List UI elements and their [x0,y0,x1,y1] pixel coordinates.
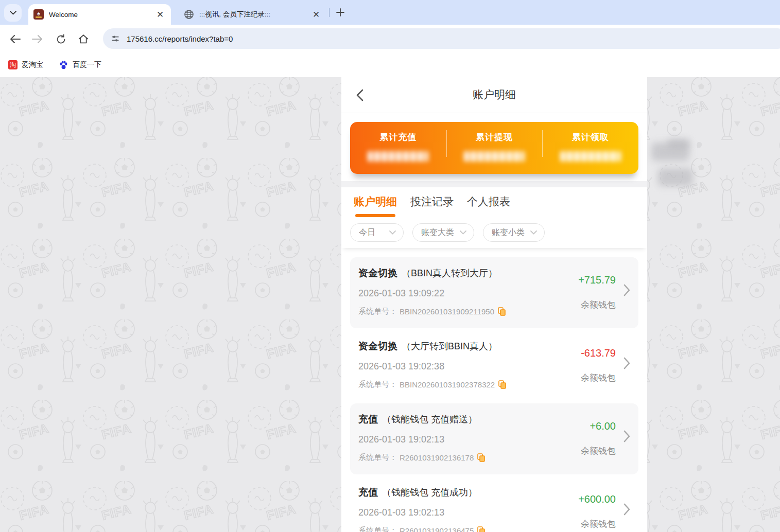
chevron-right-icon[interactable] [623,284,630,296]
globe-icon [184,9,194,20]
chevron-left-icon [356,89,363,101]
tab-search-button[interactable] [4,4,22,22]
filter-label: 今日 [359,227,375,238]
order-label: 系统单号： [358,453,397,463]
order-number: BBIN202601031909211950 [400,307,494,316]
order-label: 系统单号： [358,526,397,532]
bookmark-label: 百度一下 [73,60,101,69]
copy-icon[interactable] [498,307,506,316]
row-amount-block: +6.00 余额钱包 [581,403,616,457]
forward-button[interactable] [31,32,44,46]
transaction-type: 资金切换 [358,340,397,353]
close-icon[interactable]: ✕ [310,9,322,20]
row-amount-block: +600.00 余额钱包 [578,476,616,530]
address-bar[interactable]: 175616.cc/reports/index?tab=0 [103,28,780,49]
summary-total-claimed: 累计领取 [542,122,638,174]
copy-icon[interactable] [477,453,485,462]
summary-label: 累计提现 [446,131,543,143]
masked-value [464,151,525,162]
summary-total-deposit: 累计充值 [350,122,446,174]
transaction-amount: +715.79 [578,274,616,286]
home-button[interactable] [77,32,90,46]
filter-minor-category-dropdown[interactable]: 账变小类 [483,223,545,242]
transaction-datetime: 2026-01-03 19:02:38 [358,361,561,372]
chevron-right-icon[interactable] [623,430,630,442]
transaction-row[interactable]: 充值 （钱能钱包 充值赠送） 2026-01-03 19:02:13 系统单号：… [350,403,638,474]
bookmark-baidu[interactable]: 百度一下 [59,60,101,70]
transaction-order: 系统单号：R2601031902136178 [358,453,561,463]
chevron-down-icon [530,230,537,235]
bookmark-label: 爱淘宝 [22,60,43,69]
site-settings-icon[interactable] [110,33,120,44]
section-divider [341,181,647,187]
wallet-label: 余额钱包 [578,299,616,311]
filter-label: 账变大类 [421,227,454,238]
panel-header: 账户明细 [341,77,647,113]
transaction-row[interactable]: 充值 （钱能钱包 充值成功） 2026-01-03 19:02:13 系统单号：… [350,476,638,532]
summary-section: 累计充值 累计提现 累计领取 [341,113,647,181]
bookmark-aitaobao[interactable]: 淘 爱淘宝 [8,60,43,69]
baidu-paw-icon [59,60,68,70]
page-title: 账户明细 [341,77,647,112]
summary-total-withdraw: 累计提现 [446,122,543,174]
order-number: R2601031902136475 [400,526,474,532]
wallet-label: 余额钱包 [581,372,616,384]
tab-bet-records[interactable]: 投注记录 [410,194,454,217]
filters-bar: 今日 账变大类 账变小类 [341,217,647,248]
tab-welcome[interactable]: ♠ Welcome ✕ [28,4,171,25]
taobao-icon: 淘 [8,60,18,69]
home-icon [78,33,89,45]
transaction-type: 资金切换 [358,267,397,280]
chevron-down-icon [10,11,16,15]
filter-major-category-dropdown[interactable]: 账变大类 [412,223,474,242]
back-chevron-button[interactable] [356,88,368,102]
report-tabs: 账户明细 投注记录 个人报表 [341,187,647,217]
reload-button[interactable] [54,32,67,46]
transaction-type: 充值 [358,413,378,426]
transaction-order: 系统单号：R2601031902136475 [358,526,561,532]
browser-toolbar: 175616.cc/reports/index?tab=0 [0,25,780,52]
chevron-right-icon[interactable] [623,357,630,369]
order-number: BBIN202601031902378322 [400,380,495,389]
transaction-row[interactable]: 资金切换 （大厅转到BBIN真人） 2026-01-03 19:02:38 系统… [350,330,638,401]
tab-account-detail[interactable]: 账户明细 [354,194,397,217]
transaction-subtitle: （钱能钱包 充值成功） [382,486,477,499]
browser-tabstrip: ♠ Welcome ✕ :::视讯, 会员下注纪录::: ✕ [0,0,780,25]
transaction-datetime: 2026-01-03 19:02:13 [358,507,561,518]
copy-icon[interactable] [498,380,506,389]
filter-label: 账变小类 [492,227,525,238]
filter-date-dropdown[interactable]: 今日 [350,223,404,242]
row-title: 资金切换 （大厅转到BBIN真人） [358,340,561,353]
tab-betting-records[interactable]: :::视讯, 会员下注纪录::: ✕ [179,4,327,25]
casino-favicon: ♠ [33,9,44,20]
close-icon[interactable]: ✕ [154,9,166,20]
back-button[interactable] [8,32,22,46]
chevron-right-icon[interactable] [623,503,630,516]
row-title: 充值 （钱能钱包 充值成功） [358,486,561,499]
transaction-datetime: 2026-01-03 19:02:13 [358,434,561,445]
url-text[interactable]: 175616.cc/reports/index?tab=0 [127,34,233,43]
wallet-label: 余额钱包 [578,518,616,530]
page-background: FIFA 账户明细 累计充值 [0,77,780,532]
reload-icon [56,34,66,45]
chevron-down-icon [389,230,396,235]
copy-icon[interactable] [477,526,485,532]
transaction-subtitle: （BBIN真人转到大厅） [402,267,497,279]
masked-value [560,151,621,162]
tab-personal-report[interactable]: 个人报表 [467,194,510,217]
masked-value [368,151,428,162]
row-amount-block: +715.79 余额钱包 [578,257,616,311]
transaction-subtitle: （大厅转到BBIN真人） [402,340,497,352]
order-label: 系统单号： [358,307,397,316]
plus-icon [336,8,344,16]
account-detail-panel: 账户明细 累计充值 累计提现 累计领取 账户明细 投注记录 [341,77,647,532]
transaction-amount: +6.00 [581,420,616,432]
transaction-order: 系统单号：BBIN202601031902378322 [358,380,561,389]
transaction-row[interactable]: 资金切换 （BBIN真人转到大厅） 2026-01-03 19:09:22 系统… [350,257,638,328]
tab-divider [329,8,330,17]
blurred-widget [658,168,693,186]
new-tab-button[interactable] [334,6,347,19]
chevron-down-icon [460,230,466,235]
summary-label: 累计领取 [542,131,638,143]
row-amount-block: -613.79 余额钱包 [581,330,616,384]
